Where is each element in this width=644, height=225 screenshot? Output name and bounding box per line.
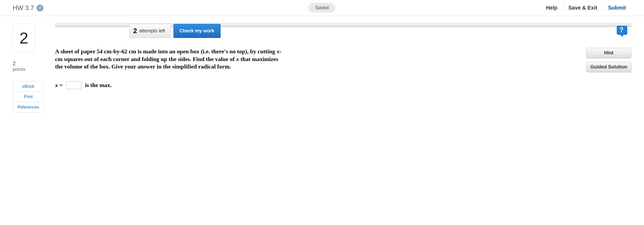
answer-suffix: is the max. [85,82,112,89]
question-sidebar: 2 2 points eBook Print References [13,23,47,112]
prompt-text-1: A sheet of paper 54 cm-by-62 cm is made … [55,48,276,55]
check-my-work-button[interactable]: Check my work [173,24,221,38]
answer-equals: = [58,82,63,88]
info-icon[interactable]: i [37,5,43,11]
toolbar-controls: 2 attempts left Check my work [129,24,221,38]
answer-variable: x = [55,82,63,89]
print-link[interactable]: Print [13,92,44,102]
hint-button[interactable]: Hint [586,48,631,58]
attempts-label: attempts left [139,28,165,34]
assignment-title: HW 3.7 [13,4,34,12]
prompt-var-x-2: x [236,56,239,62]
answer-line: x = is the max. [55,81,573,89]
points-value: 2 [13,60,47,67]
answer-input[interactable] [66,81,81,89]
save-exit-button[interactable]: Save & Exit [563,3,602,12]
help-bubble-icon[interactable]: ? [615,25,628,37]
question-prompt: A sheet of paper 54 cm-by-62 cm is made … [55,48,285,71]
question-row: A sheet of paper 54 cm-by-62 cm is made … [55,48,631,89]
attempts-count: 2 [133,27,137,35]
aid-buttons: Hint Guided Solution [586,48,631,89]
main-area: 2 2 points eBook Print References 2 atte… [0,16,644,112]
prompt-var-x-1: x [276,48,279,55]
question-content: 2 attempts left Check my work ? A sheet … [55,23,631,112]
question-body: A sheet of paper 54 cm-by-62 cm is made … [55,48,573,89]
help-button[interactable]: Help [541,3,563,12]
submit-button[interactable]: Submit [602,3,631,12]
top-bar: HW 3.7 i Saved Help Save & Exit Submit [0,0,644,16]
guided-solution-button[interactable]: Guided Solution [586,62,631,72]
points-label: points [13,67,47,72]
references-link[interactable]: References [13,102,44,112]
question-number-box: 2 [13,23,35,53]
saved-status-pill: Saved [308,3,336,13]
answer-var-x: x [55,82,58,88]
svg-text:?: ? [619,26,623,33]
ebook-link[interactable]: eBook [13,81,44,92]
top-bar-actions: Help Save & Exit Submit [541,3,631,12]
resource-links: eBook Print References [13,81,44,112]
attempts-remaining: 2 attempts left [129,24,171,38]
